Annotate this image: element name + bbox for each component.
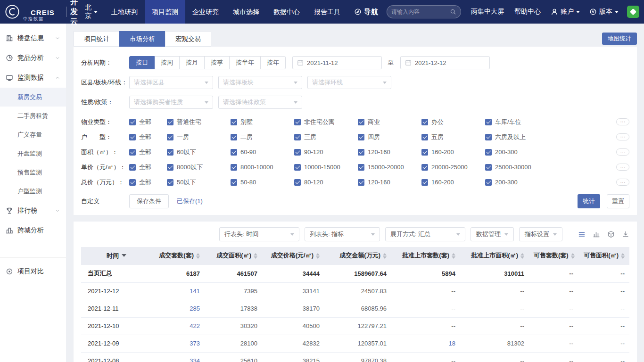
checkbox-option[interactable]: 8000-10000 bbox=[231, 164, 294, 171]
account-menu[interactable]: 账户 bbox=[546, 8, 585, 16]
checkbox-option[interactable]: 车库/车位 bbox=[485, 118, 549, 126]
column-header[interactable]: 批准上市面积(㎡) bbox=[460, 247, 529, 265]
period-option[interactable]: 按年 bbox=[260, 56, 286, 69]
checkbox-option[interactable]: 80-120 bbox=[294, 179, 358, 186]
region-select[interactable]: 请选择区县 bbox=[129, 76, 213, 89]
column-header[interactable]: 成交金额(万元) bbox=[324, 247, 391, 265]
sort-up-icon[interactable] bbox=[520, 251, 524, 255]
checkbox[interactable] bbox=[231, 134, 237, 140]
checkbox[interactable] bbox=[485, 149, 492, 156]
save-conditions-button[interactable]: 保存条件 bbox=[129, 194, 169, 208]
period-option[interactable]: 按半年 bbox=[229, 56, 261, 69]
checkbox-option[interactable]: 全部 bbox=[129, 178, 167, 187]
checkbox-option[interactable]: 120-160 bbox=[358, 148, 421, 156]
checkbox[interactable] bbox=[129, 119, 136, 125]
map-stats-button[interactable]: 地图统计 bbox=[602, 33, 637, 45]
sort-icons[interactable] bbox=[383, 251, 387, 261]
checkbox-option[interactable]: 二房 bbox=[231, 133, 294, 141]
checkbox[interactable] bbox=[485, 119, 492, 125]
checkbox-option[interactable]: 8000以下 bbox=[167, 163, 231, 172]
checkbox[interactable] bbox=[129, 164, 136, 171]
checkbox-option[interactable]: 全部 bbox=[129, 148, 167, 156]
checkbox-option[interactable]: 60-90 bbox=[231, 148, 294, 156]
checkbox[interactable] bbox=[485, 179, 492, 186]
topnav-item[interactable]: 土地研判 bbox=[104, 0, 145, 24]
checkbox-option[interactable]: 160-200 bbox=[421, 179, 485, 186]
checkbox[interactable] bbox=[231, 164, 237, 171]
cell-link[interactable]: 422 bbox=[190, 322, 200, 329]
checkbox[interactable] bbox=[231, 119, 237, 125]
topnav-item[interactable]: 数据中心 bbox=[266, 0, 307, 24]
more-options-button[interactable]: ⋯ bbox=[616, 118, 629, 125]
checkbox[interactable] bbox=[358, 134, 364, 140]
sort-up-icon[interactable] bbox=[571, 251, 575, 255]
sort-icons[interactable] bbox=[520, 251, 524, 261]
checkbox[interactable] bbox=[129, 149, 136, 156]
checkbox-option[interactable]: 15000-20000 bbox=[358, 164, 421, 171]
sidebar-subitem[interactable]: 预售监测 bbox=[0, 163, 66, 182]
table-tool-button[interactable]: 数据管理 bbox=[471, 227, 514, 241]
date-from-picker[interactable] bbox=[292, 56, 382, 69]
cell-link[interactable]: 373 bbox=[190, 340, 200, 347]
more-options-button[interactable]: ⋯ bbox=[616, 164, 629, 171]
checkbox[interactable] bbox=[231, 149, 237, 156]
tab[interactable]: 宏观交易 bbox=[165, 31, 211, 47]
column-header[interactable]: 成交价格(元/㎡) bbox=[262, 247, 324, 265]
checkbox-option[interactable]: 全部 bbox=[129, 133, 167, 141]
date-from-input[interactable] bbox=[307, 59, 377, 66]
navigation-button[interactable]: 导航 bbox=[354, 8, 378, 16]
period-option[interactable]: 按日 bbox=[129, 56, 155, 69]
checkbox-option[interactable]: 商业 bbox=[358, 118, 421, 126]
period-option[interactable]: 按月 bbox=[179, 56, 205, 69]
policy-select[interactable]: 请选择购买者性质 bbox=[129, 96, 213, 109]
checkbox[interactable] bbox=[358, 164, 364, 171]
checkbox-option[interactable]: 全部 bbox=[129, 118, 167, 126]
checkbox[interactable] bbox=[421, 164, 428, 171]
sort-down-icon[interactable] bbox=[520, 256, 524, 261]
column-header[interactable]: 可售面积(㎡) bbox=[578, 247, 629, 265]
filter-caret-icon[interactable] bbox=[122, 254, 126, 259]
checkbox[interactable] bbox=[421, 134, 428, 140]
help-center-link[interactable]: 帮助中心 bbox=[509, 8, 546, 16]
reset-button[interactable]: 重置 bbox=[607, 194, 629, 208]
checkbox-option[interactable]: 非住宅公寓 bbox=[294, 118, 358, 126]
checkbox-option[interactable]: 一房 bbox=[167, 133, 231, 141]
sort-icons[interactable] bbox=[316, 251, 320, 261]
checkbox-option[interactable]: 25000-30000 bbox=[485, 164, 549, 171]
sidebar-subitem[interactable]: 开盘监测 bbox=[0, 144, 66, 163]
sort-down-icon[interactable] bbox=[254, 256, 257, 261]
table-header-select[interactable]: 行表头: 时间 bbox=[219, 227, 299, 241]
checkbox[interactable] bbox=[421, 179, 428, 186]
list-view-icon[interactable] bbox=[578, 230, 586, 238]
column-header[interactable]: 可售套数(套) bbox=[529, 247, 578, 265]
sidebar-group[interactable]: 排行榜 bbox=[0, 201, 66, 221]
checkbox-option[interactable]: 四房 bbox=[358, 133, 421, 141]
column-header[interactable]: 批准上市套数(套) bbox=[391, 247, 460, 265]
checkbox-option[interactable]: 10000-15000 bbox=[294, 164, 358, 171]
cube-view-icon[interactable] bbox=[607, 230, 615, 238]
sidebar-subitem[interactable]: 二手房租赁 bbox=[0, 107, 66, 125]
table-tool-button[interactable]: 指标设置 bbox=[519, 227, 562, 241]
checkbox-option[interactable]: 别墅 bbox=[231, 118, 294, 126]
cell-link[interactable]: 141 bbox=[190, 288, 200, 295]
sort-icons[interactable] bbox=[254, 251, 257, 261]
sidebar-subitem[interactable]: 户型监测 bbox=[0, 182, 66, 201]
checkbox-option[interactable]: 50-80 bbox=[231, 179, 294, 186]
checkbox[interactable] bbox=[358, 149, 364, 156]
more-options-button[interactable]: ⋯ bbox=[616, 179, 629, 186]
tab[interactable]: 市场分析 bbox=[119, 31, 165, 47]
column-header[interactable]: 时间 bbox=[81, 247, 152, 265]
download-icon[interactable] bbox=[622, 230, 629, 238]
submit-button[interactable]: 统计 bbox=[578, 194, 600, 208]
topnav-item[interactable]: 企业研究 bbox=[185, 0, 226, 24]
sort-icons[interactable] bbox=[571, 251, 575, 261]
period-option[interactable]: 按周 bbox=[154, 56, 180, 69]
saved-conditions-link[interactable]: 已保存(1) bbox=[177, 197, 203, 206]
sort-down-icon[interactable] bbox=[452, 256, 455, 261]
sort-icons[interactable] bbox=[621, 251, 625, 261]
sort-down-icon[interactable] bbox=[196, 256, 200, 261]
search-input[interactable] bbox=[391, 8, 450, 15]
cell-link[interactable]: 334 bbox=[190, 357, 200, 362]
checkbox[interactable] bbox=[167, 119, 173, 125]
avatar[interactable] bbox=[627, 6, 639, 18]
